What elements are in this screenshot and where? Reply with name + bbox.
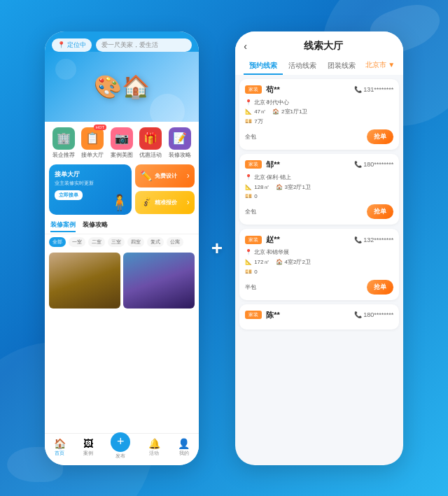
icon-box-jiedan: 📋 HOT <box>81 127 104 150</box>
phone-num-4: 180******** <box>363 311 393 318</box>
filter-apt[interactable]: 公寓 <box>167 237 183 247</box>
lead-phone-4: 📞 180******** <box>354 311 393 318</box>
phone-num-3: 132******** <box>363 236 393 243</box>
lead-name-1: 苟** <box>266 85 350 95</box>
arrow-icon-1: › <box>187 171 190 180</box>
publish-plus[interactable]: + <box>111 432 130 452</box>
lead-top-2: 家装 邹** 📞 180******** <box>245 160 393 170</box>
icon-box-zhuangqi: 🏢 <box>52 127 75 150</box>
card-jiedan-btn[interactable]: 立即接单 <box>55 190 83 200</box>
tab-tuanzhuang[interactable]: 团装线索 <box>322 58 361 75</box>
case-image-1[interactable] <box>49 253 120 309</box>
city-button[interactable]: 北京市 ▼ <box>365 58 395 75</box>
area-row-3: 📐 172㎡ 🏠 4室2厅2卫 <box>245 258 393 267</box>
lead-details-3: 📍 北京·和锦华展 📐 172㎡ 🏠 4室2厅2卫 💴 0 <box>245 248 393 276</box>
price-text-2: 0 <box>254 192 257 201</box>
tab-guide[interactable]: 装修攻略 <box>83 220 108 232</box>
filter-all[interactable]: 全部 <box>49 237 66 247</box>
location-icon-2: 📍 <box>245 173 252 183</box>
price-type-3: 半包 <box>245 283 256 291</box>
filter-4room[interactable]: 四室 <box>127 237 144 247</box>
card-jiedan[interactable]: 接单大厅 业主装修实时更新 立即接单 🧍 <box>49 164 132 215</box>
card-free-design[interactable]: ✏️ 免费设计 › <box>135 164 195 187</box>
area-row-1: 📐 47㎡ 🏠 2室1厅1卫 <box>245 108 393 117</box>
rooms-icon-3: 🏠 <box>276 258 283 267</box>
nav-home[interactable]: 🏠 首页 <box>54 438 66 460</box>
rooms-text-3: 4室2厅2卫 <box>285 258 311 267</box>
phone-num-2: 180******** <box>363 161 393 168</box>
lead-details-1: 📍 北京·时代中心 📐 47㎡ 🏠 2室1厅1卫 💴 7万 <box>245 99 393 127</box>
city-arrow-icon: ▼ <box>388 61 395 69</box>
icon-item-5[interactable]: 📝 装修攻略 <box>169 127 191 159</box>
nav-mine[interactable]: 👤 我的 <box>178 438 190 460</box>
location-row-1: 📍 北京·时代中心 <box>245 99 393 108</box>
lead-card-1: 家装 苟** 📞 131******** 📍 北京·时代中心 📐 47㎡ <box>239 79 399 150</box>
lead-bottom-2: 全包 抢单 <box>245 204 393 219</box>
card-small-text-2: 精准报价 <box>155 199 177 206</box>
search-bar[interactable]: 爱一尺美家，爱生活 <box>96 38 192 52</box>
nav-case-label: 案例 <box>83 450 93 457</box>
icon-label-3: 案例美图 <box>111 151 133 159</box>
location-row-3: 📍 北京·和锦华展 <box>245 248 393 257</box>
icon-item-3[interactable]: 📷 案例美图 <box>111 127 133 159</box>
icon-item-4[interactable]: 🎁 优惠活动 <box>139 127 162 159</box>
filter-duplex[interactable]: 复式 <box>147 237 164 247</box>
cards-col: ✏️ 免费设计 › 💰 精准报价 › <box>135 164 195 215</box>
banner-3d-graphic: 🎨🏠 <box>94 73 150 100</box>
plus-divider: + <box>211 237 223 260</box>
case-image-2[interactable] <box>123 253 195 309</box>
tab-yuyue[interactable]: 预约线索 <box>244 58 283 75</box>
card-precise-quote[interactable]: 💰 精准报价 › <box>135 191 195 214</box>
price-text-1: 7万 <box>254 118 262 127</box>
design-icon: ✏️ <box>140 170 152 181</box>
left-phone: 📍 定位中 爱一尺美家，爱生活 🎨🏠 🏢 装企推荐 📋 HOT <box>45 31 199 465</box>
lead-details-2: 📍 北京·保利·锦上 📐 128㎡ 🏠 3室2厅1卫 💴 0 <box>245 173 393 201</box>
cards-row: 接单大厅 业主装修实时更新 立即接单 🧍 ✏️ 免费设计 › 💰 精准报价 › <box>45 162 199 218</box>
area-icon-1: 📐 <box>245 108 252 117</box>
area-text-1: 47㎡ <box>254 108 266 117</box>
lead-card-3: 家装 赵** 📞 132******** 📍 北京·和锦华展 📐 172㎡ <box>239 229 399 299</box>
banner-image: 🎨🏠 <box>45 52 199 122</box>
filter-2room[interactable]: 二室 <box>88 237 105 247</box>
phone-icon-4: 📞 <box>354 311 362 318</box>
price-row-1: 💴 7万 <box>245 118 393 127</box>
card-jiedan-title: 接单大厅 <box>55 170 126 179</box>
section-header: 装修案例 装修攻略 <box>45 218 199 234</box>
bottom-nav: 🏠 首页 🖼 案例 + 发布 🔔 活动 👤 我的 <box>45 433 199 465</box>
nav-publish-label: 发布 <box>115 453 125 460</box>
lead-name-2: 邹** <box>266 160 350 170</box>
location-text-1: 北京·时代中心 <box>254 99 289 108</box>
area-text-3: 172㎡ <box>254 258 269 267</box>
price-row-3: 💴 0 <box>245 268 393 277</box>
filter-1room[interactable]: 一室 <box>69 237 85 247</box>
nav-case[interactable]: 🖼 案例 <box>83 438 93 460</box>
back-arrow-icon[interactable]: ‹ <box>244 41 247 52</box>
location-text-2: 北京·保利·锦上 <box>254 173 290 183</box>
icon-item-2[interactable]: 📋 HOT 接单大厅 <box>81 127 104 159</box>
price-type-2: 全包 <box>245 208 256 215</box>
banner-deco-1 <box>150 94 185 122</box>
top-bar: 📍 定位中 爱一尺美家，爱生活 <box>45 31 199 52</box>
location-pill[interactable]: 📍 定位中 <box>52 38 92 52</box>
tab-huodong[interactable]: 活动线索 <box>283 58 322 75</box>
grab-btn-3[interactable]: 抢单 <box>367 280 393 295</box>
tab-case[interactable]: 装修案例 <box>50 220 76 232</box>
price-icon-1: 💴 <box>245 118 252 127</box>
price-row-2: 💴 0 <box>245 192 393 201</box>
grab-btn-2[interactable]: 抢单 <box>367 204 393 219</box>
icon-item-1[interactable]: 🏢 装企推荐 <box>52 127 75 159</box>
filter-tabs: 全部 一室 二室 三室 四室 复式 公寓 <box>45 234 199 250</box>
filter-3room[interactable]: 三室 <box>108 237 125 247</box>
phone-icon-1: 📞 <box>354 86 362 93</box>
home-icon: 🏠 <box>54 438 66 449</box>
rooms-icon-1: 🏠 <box>272 108 279 117</box>
grab-btn-1[interactable]: 抢单 <box>367 129 393 144</box>
nav-publish[interactable]: + 发布 <box>111 438 130 460</box>
icon-grid: 🏢 装企推荐 📋 HOT 接单大厅 📷 案例美图 🎁 优惠活动 📝 装修攻 <box>45 122 199 162</box>
lead-top-3: 家装 赵** 📞 132******** <box>245 234 393 245</box>
phone-icon-2: 📞 <box>354 161 362 168</box>
nav-mine-label: 我的 <box>179 450 189 457</box>
area-text-2: 128㎡ <box>254 183 269 192</box>
nav-activity[interactable]: 🔔 活动 <box>148 438 160 460</box>
right-title: 线索大厅 <box>251 40 395 52</box>
